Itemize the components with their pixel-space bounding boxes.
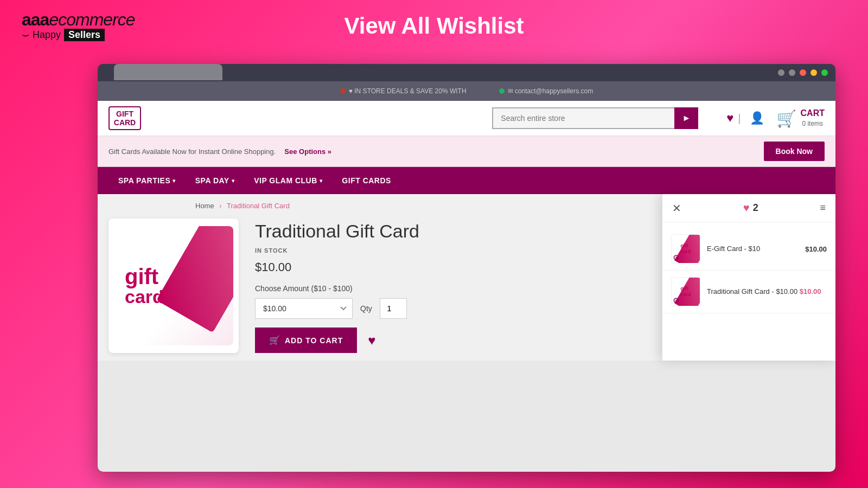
brand-sellers: Sellers	[64, 29, 105, 41]
main-content: Home › Traditional Gift Card gift card T…	[98, 194, 835, 361]
breadcrumb-current: Traditional Gift Card	[227, 202, 290, 210]
wishlist-item-2[interactable]: giftcard ⚙ Traditional Gift Card - $10.0…	[662, 271, 835, 313]
promo-banner: Gift Cards Available Now for Instant Onl…	[98, 136, 835, 167]
cart-icon-wrap: 🛒	[776, 109, 796, 128]
chevron-down-icon-3: ▾	[320, 178, 323, 184]
browser-dot-green	[821, 69, 828, 76]
store-logo: GIFTCARD	[108, 106, 141, 130]
wishlist-item-thumb-2: giftcard ⚙	[671, 277, 700, 306]
panel-title: ♥ 2	[743, 202, 758, 214]
browser-tab	[114, 64, 222, 80]
wishlist-panel: ✕ ♥ 2 ≡ giftcard ⚙	[662, 194, 835, 361]
wishlist-panel-header: ✕ ♥ 2 ≡	[662, 194, 835, 222]
notif-text-1: ♥ IN STORE DEALS & SAVE 20% WITH	[349, 87, 467, 95]
search-input[interactable]	[492, 107, 674, 129]
panel-heart-icon: ♥	[743, 202, 750, 214]
amount-select[interactable]: $10.00 $25.00 $50.00 $100.00	[255, 298, 353, 319]
browser-dot-yellow	[810, 69, 817, 76]
wishlist-item-thumb-1: giftcard ⚙	[671, 234, 700, 264]
browser-dot-red	[800, 69, 806, 76]
cart-icon: 🛒	[269, 335, 280, 345]
notif-item-2: ✉ contact@happysellers.com	[499, 87, 593, 95]
account-icon[interactable]: 👤	[750, 111, 764, 125]
qty-label: Qty	[360, 304, 372, 313]
panel-count: 2	[753, 202, 758, 214]
browser-window: ♥ IN STORE DEALS & SAVE 20% WITH ✉ conta…	[98, 64, 835, 472]
browser-dot-gray1	[778, 69, 784, 76]
nav-menu: SPA PARTIES ▾ SPA DAY ▾ VIP GLAM CLUB ▾ …	[98, 167, 835, 194]
wishlist-item-info-2: Traditional Gift Card - $10.00 $10.00	[707, 287, 827, 297]
logo-subline: ⌣ Happy Sellers	[22, 28, 135, 42]
wishlist-item-name-2: Traditional Gift Card - $10.00 $10.00	[707, 287, 827, 296]
thumb-text-1: giftcard	[680, 243, 691, 255]
notif-dot-green	[499, 88, 505, 94]
store-content: ♥ IN STORE DEALS & SAVE 20% WITH ✉ conta…	[98, 81, 835, 472]
brand-name: aaaecommerce	[22, 10, 135, 30]
product-image-area: gift card	[108, 219, 239, 353]
chevron-down-icon: ▾	[173, 178, 176, 184]
search-bar: ►	[492, 107, 698, 129]
header-wishlist-icon[interactable]: ♥	[726, 111, 733, 125]
cart-area: ♥ | 👤 🛒 CART 0 items	[718, 108, 825, 128]
notification-bar: ♥ IN STORE DEALS & SAVE 20% WITH ✉ conta…	[98, 81, 835, 101]
nav-item-spa-parties[interactable]: SPA PARTIES ▾	[108, 167, 186, 194]
page-title: View All Wishlist	[344, 13, 524, 39]
add-to-cart-button[interactable]: 🛒 ADD TO CART	[255, 328, 357, 353]
brand-happy: Happy	[33, 29, 61, 41]
notif-item-1: ♥ IN STORE DEALS & SAVE 20% WITH	[340, 87, 467, 95]
add-to-wishlist-button[interactable]: ♥	[363, 329, 380, 352]
wishlist-item-price-1: $10.00	[805, 245, 827, 253]
cart-text: CART	[801, 108, 825, 118]
breadcrumb-home[interactable]: Home	[195, 202, 214, 210]
smile-icon: ⌣	[22, 28, 29, 42]
nav-item-spa-day[interactable]: SPA DAY ▾	[186, 167, 244, 194]
cart-items-count: 0 items	[802, 120, 823, 127]
notif-dot-red	[340, 88, 346, 94]
qty-input[interactable]	[380, 298, 407, 319]
logo-area: aaaecommerce ⌣ Happy Sellers	[22, 10, 135, 42]
gear-icon-2: ⚙	[673, 296, 680, 305]
wishlist-items: giftcard ⚙ E-Gift Card - $10 $10.00	[662, 222, 835, 319]
gift-card-text-card: card	[125, 287, 164, 306]
divider-icon: |	[738, 112, 741, 125]
store-header: GIFTCARD ► ♥ | 👤 🛒 CART 0 items	[98, 101, 835, 136]
gear-icon-1: ⚙	[673, 253, 680, 262]
thumb-text-2: giftcard	[680, 286, 691, 298]
panel-menu-button[interactable]: ≡	[820, 202, 826, 214]
cart-basket-icon: 🛒	[776, 110, 796, 127]
promo-link[interactable]: See Options »	[284, 147, 331, 156]
wishlist-item-name-1: E-Gift Card - $10	[707, 245, 799, 253]
book-now-button[interactable]: Book Now	[764, 142, 825, 161]
top-bar: aaaecommerce ⌣ Happy Sellers View All Wi…	[0, 0, 868, 52]
cart-label-area: CART 0 items	[801, 108, 825, 128]
gift-card-text-gift: gift	[125, 266, 158, 287]
cart-widget[interactable]: 🛒 CART 0 items	[776, 108, 825, 128]
panel-close-button[interactable]: ✕	[672, 203, 681, 214]
nav-item-vip-glam-club[interactable]: VIP GLAM CLUB ▾	[244, 167, 332, 194]
browser-dot-gray2	[789, 69, 795, 76]
breadcrumb-separator: ›	[219, 202, 221, 210]
notif-text-2: ✉ contact@happysellers.com	[508, 87, 593, 95]
wishlist-item-info-1: E-Gift Card - $10	[707, 245, 799, 254]
promo-text: Gift Cards Available Now for Instant Onl…	[108, 147, 276, 156]
gift-card-visual: gift card	[114, 226, 233, 345]
search-button[interactable]: ►	[674, 107, 698, 129]
wishlist-item[interactable]: giftcard ⚙ E-Gift Card - $10 $10.00	[662, 228, 835, 271]
nav-item-gift-cards[interactable]: GIFT CARDS	[332, 167, 401, 194]
chevron-down-icon-2: ▾	[232, 178, 235, 184]
